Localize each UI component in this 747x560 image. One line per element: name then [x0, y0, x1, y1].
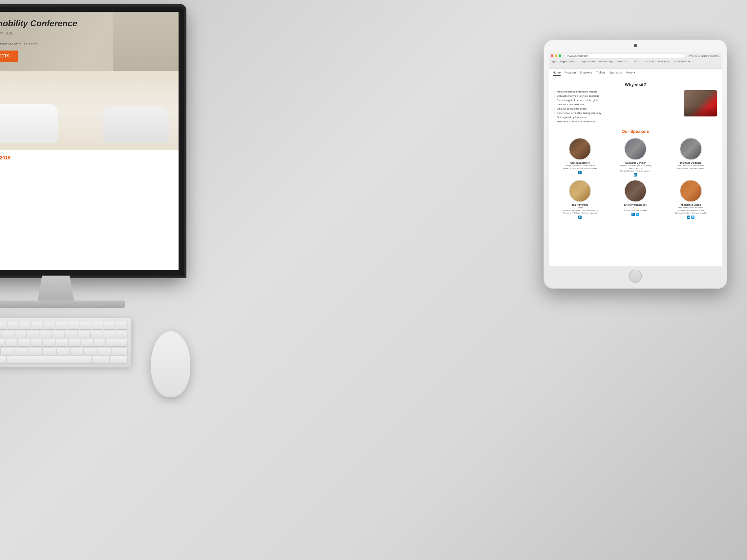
linkedin-icon[interactable]: in: [578, 171, 582, 174]
key: [0, 348, 0, 355]
key: [31, 322, 43, 329]
key: [65, 331, 77, 338]
imac-stand-neck: [33, 275, 79, 302]
why-item-6: ○ Experience e-mobility during your stay: [554, 111, 681, 114]
imac-device: RE E-mobility Conference 📅 April 13th - …: [0, 0, 223, 426]
nav-tickets[interactable]: Tickets: [596, 71, 606, 76]
speakers-grid: Gareth Dunsmore European Director Electr…: [554, 138, 717, 219]
why-item-3: ○ Share insights from across the globe: [554, 99, 681, 102]
linkedin-icon[interactable]: in: [632, 213, 635, 216]
keyboard: [0, 318, 131, 368]
bookmark-agencys[interactable]: AGENCY'S: [643, 60, 656, 63]
key: [104, 322, 115, 329]
key: [93, 356, 110, 364]
key-row-4: [0, 348, 127, 355]
speaker-role-2: European Director Sales & Marketing,Elec…: [610, 165, 662, 172]
why-visit-list: ○ Meet international decision makers ○ C…: [554, 90, 681, 124]
key: [0, 322, 6, 329]
get-tickets-button[interactable]: GET TICKETS: [0, 51, 18, 62]
conference-title: RE E-mobility Conference: [0, 18, 97, 29]
why-visit-title: Why visit?: [554, 82, 717, 87]
key: [69, 339, 80, 346]
keyboard-keys: [0, 322, 127, 364]
speaker-avatar-6: [680, 180, 702, 202]
key: [43, 339, 55, 346]
bookmark-emergo[interactable]: E-MERGO: [630, 60, 643, 63]
nav-home[interactable]: Home: [553, 71, 561, 76]
imac-screen: RE E-mobility Conference 📅 April 13th - …: [0, 6, 184, 275]
speaker-name-1: Gareth Dunsmore: [554, 162, 606, 164]
ipad-page-content: Why visit? ○ Meet international decision…: [549, 78, 722, 266]
speaker-social-5: in 𝕏: [610, 213, 662, 216]
nav-sponsors[interactable]: Sponsors: [610, 71, 622, 76]
key: [56, 322, 67, 329]
key: [44, 322, 55, 329]
key: [27, 331, 39, 338]
key: [71, 348, 83, 355]
key: [15, 331, 26, 338]
browser-close-dot[interactable]: [551, 54, 553, 57]
speaker-avatar-4: [569, 180, 591, 202]
browser-minimize-dot[interactable]: [555, 54, 557, 57]
ipad-device: www.aec.amsterdam AVERE E-mobility Confe…: [543, 39, 727, 289]
speaker-name-3: Diarmuid O'Connell: [665, 162, 717, 164]
bookmark-apps[interactable]: Apps: [551, 60, 558, 63]
bullet-icon: ○: [554, 99, 555, 101]
mouse: [151, 331, 190, 397]
car-2: [103, 107, 169, 143]
key: [53, 331, 64, 338]
twitter-icon[interactable]: 𝕏: [636, 213, 639, 216]
speaker-role-1: European Director Electric VehicleNissan…: [554, 165, 606, 170]
hero-building-image: [113, 12, 179, 77]
key-row-1: [0, 322, 127, 329]
conference-page: RE E-mobility Conference 📅 April 13th - …: [0, 12, 179, 270]
key: [56, 339, 68, 346]
imac-screen-bezel: RE E-mobility Conference 📅 April 13th - …: [0, 12, 179, 270]
nav-more[interactable]: More ▾: [626, 71, 635, 76]
key: [78, 331, 89, 338]
why-item-1: ○ Meet international decision makers: [554, 90, 681, 93]
about-link[interactable]: About AEC 2016: [0, 155, 10, 160]
key: [116, 322, 127, 329]
speakers-section-title: Our Speakers: [554, 129, 717, 134]
browser-expand-dot[interactable]: [559, 54, 561, 57]
why-visit-image-overlay: [684, 90, 717, 116]
key: [103, 331, 114, 338]
key: [106, 339, 127, 346]
speaker-avatar-1: [569, 138, 591, 160]
speaker-card-1: Gareth Dunsmore European Director Electr…: [554, 138, 606, 177]
key: [68, 322, 79, 329]
browser-url-bar[interactable]: www.aec.amsterdam: [565, 53, 685, 58]
bookmark-bloggen[interactable]: Bloggen - Wisdo...: [559, 60, 578, 63]
imac-stand-base: [0, 300, 125, 308]
browser-top-bar: www.aec.amsterdam AVERE E-mobility Confe…: [551, 53, 720, 58]
speaker-name-2: Guillaume Berthier: [610, 162, 662, 164]
ipad-home-button[interactable]: [629, 270, 642, 283]
key: [2, 331, 14, 338]
nav-program[interactable]: Program: [565, 71, 576, 76]
conf-hero: RE E-mobility Conference 📅 April 13th - …: [0, 12, 179, 150]
car-1: [0, 104, 58, 143]
ipad-body: www.aec.amsterdam AVERE E-mobility Confe…: [543, 39, 727, 289]
bookmark-google-translate[interactable]: Google Translate: [578, 60, 596, 63]
why-visit-image: [684, 90, 717, 116]
bookmark-photographers[interactable]: PHOTOGRAPHERS: [671, 60, 692, 63]
linkedin-icon[interactable]: in: [634, 173, 637, 177]
bookmark-drukkers[interactable]: DRUKKERS: [657, 60, 671, 63]
key: [0, 331, 1, 338]
bookmark-inspirate[interactable]: INSPIRATE: [616, 60, 629, 63]
key: [0, 356, 6, 364]
linkedin-icon[interactable]: in: [578, 216, 582, 219]
key: [91, 331, 102, 338]
conference-welcome: Welcome and registration from 08:00 am: [0, 42, 97, 46]
linkedin-icon[interactable]: in: [687, 216, 690, 219]
bullet-icon: ○: [554, 103, 555, 106]
speaker-social-4: in: [554, 216, 606, 219]
key: [84, 348, 97, 355]
key-row-2: [0, 331, 127, 338]
key: [40, 331, 52, 338]
site-navigation: Home Program Speakers Tickets Sponsors M…: [549, 69, 722, 78]
twitter-icon[interactable]: 𝕏: [691, 216, 694, 219]
nav-speakers[interactable]: Speakers: [580, 71, 592, 76]
bookmark-postwe[interactable]: Postwe ht - Insp...: [597, 60, 615, 63]
